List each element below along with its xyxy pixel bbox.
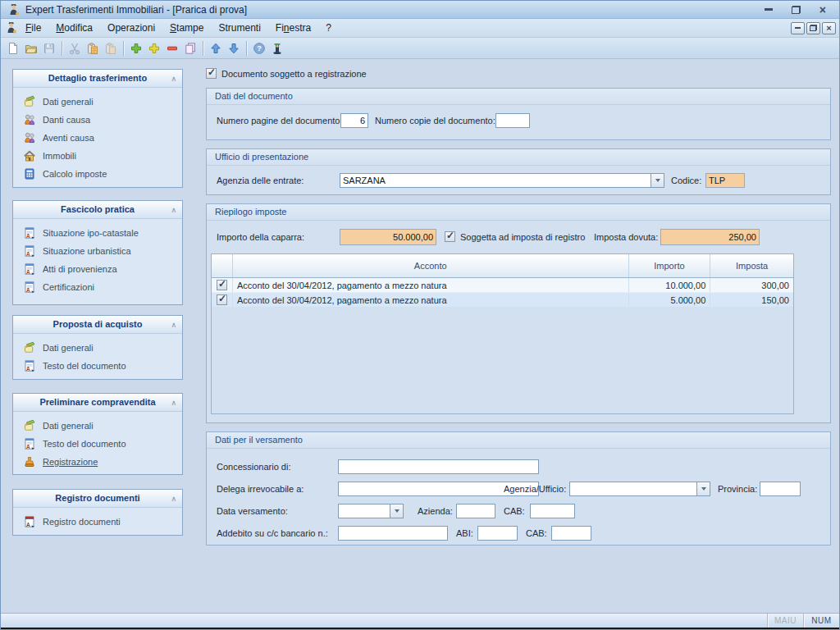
sidebar-item-immobili[interactable]: Immobili [13, 147, 182, 165]
mdi-restore-button[interactable] [806, 22, 820, 34]
panel-dati-documento: Dati del documento Numero pagine del doc… [206, 88, 831, 140]
new-document-button[interactable] [4, 39, 22, 57]
pagine-input[interactable]: 6 [340, 113, 368, 128]
group-header[interactable]: Preliminare compravendita∧ [13, 394, 182, 412]
menu-strumenti[interactable]: Strumenti [211, 19, 267, 37]
calculator-icon [23, 167, 36, 180]
soggetta-label: Soggetta ad imposta di registro [460, 232, 585, 242]
data-versamento-combobox[interactable] [338, 504, 404, 518]
open-button[interactable] [22, 39, 40, 57]
sidebar-item-preliminare-testo-documento[interactable]: Testo del documento [13, 435, 182, 453]
sidebar-item-situazione-urbanistica[interactable]: Situazione urbanistica [13, 242, 182, 260]
group-header[interactable]: Dettaglio trasferimento∧ [13, 70, 182, 88]
provincia-input[interactable] [760, 482, 801, 496]
duplicate-pages-icon [184, 42, 197, 55]
header-importo[interactable]: Importo [629, 254, 711, 277]
menu-modifica[interactable]: Modifica [48, 19, 100, 37]
menu-stampe[interactable]: Stampe [162, 19, 211, 37]
addebito-input[interactable] [338, 526, 448, 541]
restore-button[interactable] [792, 6, 801, 14]
move-up-button[interactable] [207, 39, 225, 57]
add-secondary-button[interactable] [145, 39, 163, 57]
chevron-down-icon[interactable] [390, 504, 403, 518]
concessionario-input[interactable] [338, 459, 539, 474]
cab2-input[interactable] [551, 526, 591, 541]
sidebar-group-registro-documenti: Registro documenti∧ Registro documenti [12, 489, 183, 536]
abi-input[interactable] [477, 526, 518, 541]
codice-field[interactable]: TLP [705, 173, 745, 188]
sidebar-item-proposta-dati-generali[interactable]: Dati generali [13, 339, 182, 357]
mdi-minimize-button[interactable] [791, 22, 805, 34]
minus-red-icon [166, 42, 179, 55]
soggetta-checkbox[interactable] [445, 231, 455, 242]
agenzia-entrate-combobox[interactable]: SARZANA [340, 173, 664, 188]
cell-importo: 10.000,00 [629, 278, 711, 292]
registration-checkbox[interactable] [206, 68, 217, 79]
cab1-input[interactable] [530, 504, 575, 518]
paste-button[interactable] [102, 39, 120, 57]
duplicate-button[interactable] [181, 39, 199, 57]
collapse-chevron-icon[interactable]: ∧ [171, 491, 176, 508]
sidebar-item-atti-di-provenienza[interactable]: Atti di provenienza [13, 260, 182, 278]
collapse-chevron-icon[interactable]: ∧ [171, 202, 176, 219]
titlebar: Expert Trasferimenti Immobiliari - [Prar… [1, 1, 839, 19]
row-checkbox[interactable] [217, 294, 227, 305]
agenzia-ufficio-label: Agenzia/Ufficio: [504, 482, 566, 496]
sidebar-item-preliminare-dati-generali[interactable]: Dati generali [13, 417, 182, 435]
group-header[interactable]: Registro documenti∧ [13, 490, 182, 508]
imposta-dovuta-field[interactable]: 250,00 [660, 229, 760, 245]
exit-practice-button[interactable] [268, 39, 286, 57]
sidebar-item-certificazioni[interactable]: Certificazioni [13, 278, 182, 296]
azienda-input[interactable] [456, 504, 495, 518]
panel-title: Riepilogo imposte [207, 204, 830, 221]
mdi-close-button[interactable]: × [822, 22, 836, 34]
table-row[interactable]: Acconto del 30/04/2012, pagamento a mezz… [212, 278, 793, 293]
sidebar-group-fascicolo-pratica: Fascicolo pratica∧ Situazione ipo-catast… [12, 200, 183, 305]
agenzia-ufficio-combobox[interactable] [569, 482, 710, 496]
close-button[interactable]: × [819, 6, 826, 14]
group-header[interactable]: Proposta di acquisto∧ [13, 316, 182, 334]
menu-finestra[interactable]: Finestra [268, 19, 318, 37]
menu-help[interactable]: ? [318, 19, 339, 37]
arrow-up-icon [209, 42, 222, 55]
people-icon [23, 113, 36, 126]
collapse-chevron-icon[interactable]: ∧ [171, 395, 176, 412]
caps-lock-indicator: MAIU [767, 614, 803, 628]
caparra-field[interactable]: 50.000,00 [340, 229, 436, 245]
menu-file[interactable]: File [18, 19, 48, 37]
row-checkbox[interactable] [217, 280, 227, 290]
delete-record-button[interactable] [163, 39, 181, 57]
pagine-label: Numero pagine del documento: [217, 113, 342, 128]
collapse-chevron-icon[interactable]: ∧ [171, 317, 176, 334]
sidebar-item-danti-causa[interactable]: Danti causa [13, 111, 182, 129]
help-button[interactable] [250, 39, 268, 57]
copy-button[interactable] [84, 39, 102, 57]
minimize-button[interactable] [765, 8, 773, 11]
sidebar-item-aventi-causa[interactable]: Aventi causa [13, 129, 182, 147]
sidebar-item-calcolo-imposte[interactable]: Calcolo imposte [13, 165, 182, 183]
cell-acconto: Acconto del 30/04/2012, pagamento a mezz… [233, 278, 629, 292]
save-button[interactable] [40, 39, 58, 57]
header-acconto[interactable]: Acconto [233, 254, 629, 277]
copie-input[interactable] [495, 113, 530, 128]
sidebar-item-situazione-ipo-catastale[interactable]: Situazione ipo-catastale [13, 224, 182, 242]
chevron-down-icon[interactable] [651, 174, 664, 187]
document-window-icon [5, 21, 18, 34]
sidebar-item-dati-generali[interactable]: Dati generali [13, 93, 182, 111]
arrow-down-icon [227, 42, 240, 55]
collapse-chevron-icon[interactable]: ∧ [171, 71, 176, 88]
codice-label: Codice: [671, 173, 701, 188]
plus-green-icon [130, 42, 143, 55]
chevron-down-icon[interactable] [696, 482, 710, 495]
cut-button[interactable] [66, 39, 84, 57]
sidebar-item-proposta-testo-documento[interactable]: Testo del documento [13, 357, 182, 375]
table-row[interactable]: Acconto del 30/04/2012, pagamento a mezz… [212, 293, 793, 308]
sidebar-item-registro-documenti[interactable]: Registro documenti [13, 513, 182, 531]
add-record-button[interactable] [127, 39, 145, 57]
sidebar-item-registrazione[interactable]: Registrazione [13, 453, 182, 471]
header-imposta[interactable]: Imposta [710, 254, 793, 277]
agenzia-entrate-label: Agenzia delle entrate: [217, 173, 304, 188]
menu-operazioni[interactable]: Operazioni [100, 19, 162, 37]
move-down-button[interactable] [225, 39, 243, 57]
group-header[interactable]: Fascicolo pratica∧ [13, 201, 182, 219]
